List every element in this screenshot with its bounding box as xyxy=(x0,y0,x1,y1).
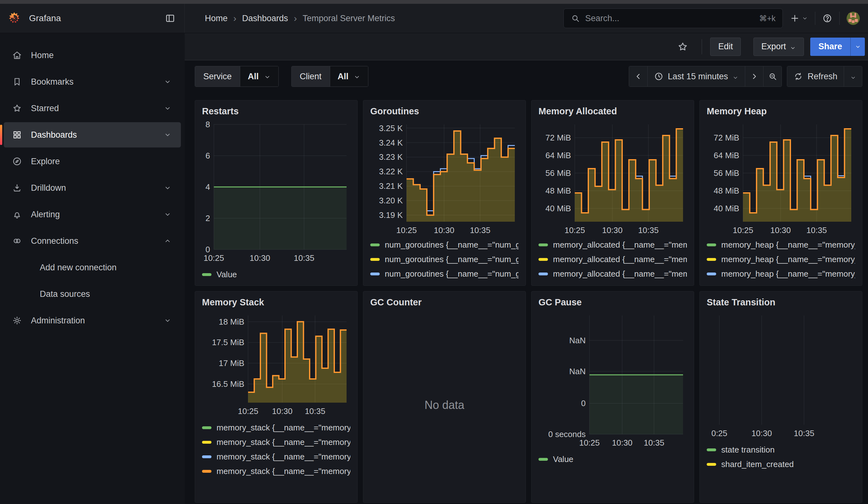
panel-title[interactable]: GC Counter xyxy=(368,296,520,312)
legend-label: memory_stack {__name__="memory_s xyxy=(217,423,350,433)
svg-text:10:30: 10:30 xyxy=(272,407,292,416)
help-button[interactable] xyxy=(822,13,832,23)
panel-title[interactable]: State Transition xyxy=(705,296,857,312)
legend-entry[interactable]: memory_heap {__name__="memory_h xyxy=(707,267,855,281)
sidebar-item-data-sources[interactable]: Data sources xyxy=(4,281,181,307)
search-input[interactable]: ⌘+k xyxy=(564,9,783,28)
svg-text:0: 0 xyxy=(581,399,586,408)
favorite-star-icon[interactable] xyxy=(677,41,689,52)
chart-area[interactable]: 3.19 K3.20 K3.21 K3.22 K3.23 K3.24 K3.25… xyxy=(368,121,520,236)
service-filter-value[interactable]: All xyxy=(240,66,278,86)
filter-bar: Service All Client All Last 15 minutes xyxy=(185,61,868,92)
panel-legend: num_goroutines {__name__="num_go num_gor… xyxy=(368,236,520,281)
sidebar-item-dashboards[interactable]: Dashboards xyxy=(4,122,181,147)
legend-entry[interactable]: memory_stack {__name__="memory_s xyxy=(202,464,350,479)
legend-entry[interactable]: memory_allocated {__name__="memc xyxy=(538,237,687,252)
chevron-down-icon[interactable] xyxy=(164,184,172,192)
legend-color-marker xyxy=(707,244,716,246)
panel-legend: Value xyxy=(537,450,689,473)
sidebar-item-label: Add new connection xyxy=(40,263,116,272)
legend-entry[interactable]: num_goroutines {__name__="num_go xyxy=(370,267,519,281)
legend-entry[interactable]: memory_allocated {__name__="memc xyxy=(538,267,687,281)
sidebar-item-explore[interactable]: Explore xyxy=(4,149,181,174)
legend-color-marker xyxy=(202,470,211,473)
svg-text:64 MiB: 64 MiB xyxy=(714,151,739,160)
add-button[interactable] xyxy=(790,13,808,23)
legend-entry[interactable]: memory_heap {__name__="memory_h xyxy=(707,252,855,267)
chart-area[interactable]: 16.5 MiB17 MiB17.5 MiB18 MiB10:2510:3010… xyxy=(200,312,352,416)
breadcrumb-item[interactable]: Home xyxy=(205,13,228,23)
refresh-icon xyxy=(794,72,803,81)
chart-area[interactable]: 40 MiB48 MiB56 MiB64 MiB72 MiB10:2510:30… xyxy=(705,121,857,236)
panel-title[interactable]: GC Pause xyxy=(537,296,689,312)
sidebar-item-drilldown[interactable]: Drilldown xyxy=(4,175,181,200)
no-data-message: No data xyxy=(368,312,520,498)
user-avatar[interactable] xyxy=(847,12,860,25)
chevron-down-icon[interactable] xyxy=(164,317,172,324)
chevron-down-icon[interactable] xyxy=(164,78,172,85)
panel-title[interactable]: Memory Heap xyxy=(705,105,857,121)
legend-entry[interactable]: Value xyxy=(538,452,687,466)
chart-area[interactable]: 40 MiB48 MiB56 MiB64 MiB72 MiB10:2510:30… xyxy=(537,121,689,236)
panel-title[interactable]: Memory Allocated xyxy=(537,105,689,121)
share-button[interactable]: Share xyxy=(810,38,850,56)
time-shift-forward-button[interactable] xyxy=(745,66,763,86)
search-shortcut: ⌘+k xyxy=(759,14,776,23)
chart-area[interactable]: 0 seconds0NaNNaN10:2510:3010:35 xyxy=(537,312,689,448)
service-filter[interactable]: Service All xyxy=(195,66,279,87)
svg-text:3.23 K: 3.23 K xyxy=(379,152,403,162)
refresh-interval-button[interactable] xyxy=(844,66,862,86)
time-shift-back-button[interactable] xyxy=(629,66,647,86)
legend-label: memory_allocated {__name__="memc xyxy=(553,255,687,264)
panel-title[interactable]: Memory Stack xyxy=(200,296,352,312)
refresh-button[interactable]: Refresh xyxy=(787,66,844,86)
edit-button[interactable]: Edit xyxy=(710,38,741,56)
client-filter[interactable]: Client All xyxy=(291,66,369,87)
grafana-logo-icon xyxy=(8,11,21,25)
legend-entry[interactable]: memory_heap {__name__="memory_h xyxy=(707,237,855,252)
sidebar-item-connections[interactable]: Connections xyxy=(4,228,181,254)
sidebar-item-home[interactable]: Home xyxy=(4,43,181,68)
time-range-picker[interactable]: Last 15 minutes xyxy=(647,66,745,86)
svg-text:10:35: 10:35 xyxy=(294,253,314,263)
export-button[interactable]: Export xyxy=(753,38,804,56)
panel-legend: memory_allocated {__name__="memc memory_… xyxy=(537,236,689,281)
chevron-right-icon xyxy=(750,72,759,81)
sidebar-item-alerting[interactable]: Alerting xyxy=(4,202,181,227)
legend-entry[interactable]: memory_stack {__name__="memory_s xyxy=(202,435,350,449)
zoom-out-button[interactable] xyxy=(763,66,782,86)
legend-entry[interactable]: memory_stack {__name__="memory_s xyxy=(202,420,350,435)
legend-entry[interactable]: shard_item_created xyxy=(707,457,855,472)
sidebar-item-add-new-connection[interactable]: Add new connection xyxy=(4,255,181,280)
chart-area[interactable]: 0246810:2510:3010:35 xyxy=(200,121,352,263)
legend-entry[interactable]: num_goroutines {__name__="num_go xyxy=(370,252,519,267)
sidebar-item-starred[interactable]: Starred xyxy=(4,96,181,121)
panel-title[interactable]: Restarts xyxy=(200,105,352,121)
chevron-down-icon[interactable] xyxy=(164,104,172,112)
legend-entry[interactable]: Value xyxy=(202,267,350,282)
legend-entry[interactable]: num_goroutines {__name__="num_go xyxy=(370,237,519,252)
chevron-down-icon[interactable] xyxy=(164,131,172,138)
svg-text:56 MiB: 56 MiB xyxy=(714,168,739,178)
chevron-down-icon[interactable] xyxy=(164,210,172,218)
breadcrumb-item[interactable]: Dashboards xyxy=(242,13,288,23)
share-dropdown-button[interactable] xyxy=(850,38,865,56)
sidebar-item-bookmarks[interactable]: Bookmarks xyxy=(4,69,181,94)
svg-text:64 MiB: 64 MiB xyxy=(545,151,571,160)
legend-entry[interactable]: memory_allocated {__name__="memc xyxy=(538,252,687,267)
legend-color-marker xyxy=(202,426,211,429)
chart-area[interactable]: 0:2510:3010:35 xyxy=(705,312,857,439)
search-field[interactable] xyxy=(585,13,754,23)
svg-text:10:25: 10:25 xyxy=(396,225,417,235)
sidebar-toggle-icon[interactable] xyxy=(165,13,175,24)
panel-title[interactable]: Goroutines xyxy=(368,105,520,121)
sidebar-item-administration[interactable]: Administration xyxy=(4,308,181,333)
breadcrumb-separator: › xyxy=(233,13,236,24)
sidebar-item-label: Drilldown xyxy=(31,183,66,193)
sidebar-item-label: Connections xyxy=(31,236,78,246)
divider xyxy=(702,39,702,54)
chevron-up-icon[interactable] xyxy=(164,237,172,245)
legend-entry[interactable]: memory_stack {__name__="memory_s xyxy=(202,449,350,464)
legend-entry[interactable]: state transition xyxy=(707,442,855,457)
client-filter-value[interactable]: All xyxy=(330,66,368,86)
